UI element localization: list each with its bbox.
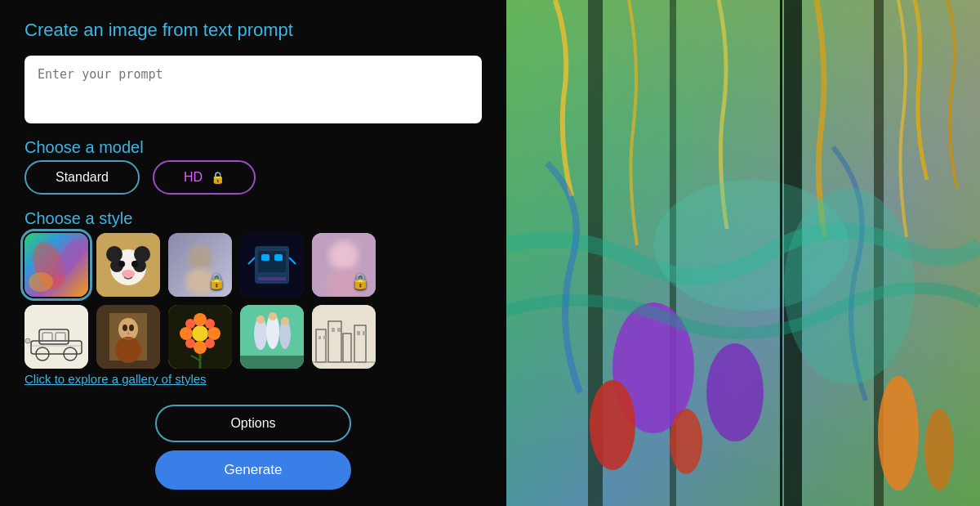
- svg-point-3: [29, 272, 53, 292]
- svg-point-50: [205, 319, 215, 329]
- prompt-input[interactable]: [24, 56, 482, 123]
- svg-point-61: [281, 317, 289, 325]
- style-thumb-cyberpunk[interactable]: [240, 233, 304, 297]
- svg-rect-62: [240, 356, 304, 369]
- page-title: Create an image from text prompt: [24, 20, 482, 41]
- style-thumb-vintage[interactable]: [24, 305, 88, 369]
- svg-point-52: [205, 338, 215, 348]
- svg-rect-72: [357, 331, 360, 335]
- svg-rect-70: [332, 328, 335, 332]
- style-thumb-abstract[interactable]: [24, 233, 88, 297]
- svg-point-14: [188, 245, 212, 270]
- svg-rect-20: [274, 254, 283, 261]
- svg-point-85: [878, 376, 919, 490]
- portrait-lock-icon: 🔒: [351, 272, 369, 290]
- svg-rect-19: [261, 254, 270, 261]
- svg-rect-18: [258, 251, 286, 272]
- action-buttons: Options Generate: [24, 405, 482, 490]
- svg-point-25: [329, 241, 359, 271]
- svg-rect-71: [337, 328, 341, 332]
- style-section: Choose a style: [24, 209, 482, 387]
- left-panel: Create an image from text prompt Choose …: [0, 0, 506, 506]
- svg-point-88: [784, 188, 915, 384]
- svg-rect-69: [323, 336, 326, 339]
- svg-rect-27: [24, 305, 88, 369]
- gallery-link[interactable]: Click to explore a gallery of styles: [24, 372, 207, 386]
- generated-image: [506, 0, 980, 506]
- svg-rect-68: [318, 336, 321, 339]
- style-section-label: Choose a style: [24, 209, 482, 228]
- svg-rect-73: [363, 331, 366, 335]
- generate-button[interactable]: Generate: [155, 450, 351, 490]
- svg-point-10: [122, 270, 135, 278]
- model-buttons: Standard HD 🔒: [24, 160, 482, 195]
- style-thumb-portrait[interactable]: 🔒: [312, 233, 376, 297]
- svg-point-83: [590, 380, 635, 470]
- svg-point-46: [194, 341, 207, 354]
- svg-point-11: [118, 261, 125, 267]
- svg-point-86: [924, 409, 954, 490]
- svg-point-44: [192, 325, 208, 342]
- svg-point-47: [180, 327, 193, 340]
- svg-point-48: [207, 327, 220, 340]
- svg-point-42: [127, 333, 130, 335]
- options-button[interactable]: Options: [155, 405, 351, 442]
- generated-image-panel: [506, 0, 980, 506]
- svg-rect-21: [258, 277, 286, 280]
- styles-grid: 🔒: [24, 233, 482, 369]
- style-thumb-impressionist[interactable]: [240, 305, 304, 369]
- svg-point-60: [269, 312, 277, 320]
- svg-point-49: [185, 319, 195, 329]
- svg-point-35: [25, 338, 30, 343]
- style-thumb-floral[interactable]: [168, 305, 232, 369]
- style-thumb-renaissance[interactable]: [96, 305, 160, 369]
- hd-label: HD: [184, 170, 203, 185]
- model-section: Choose a model Standard HD 🔒: [24, 138, 482, 195]
- style-thumb-urban[interactable]: [312, 305, 376, 369]
- svg-point-84: [670, 409, 702, 474]
- svg-point-59: [256, 316, 265, 324]
- svg-point-82: [706, 343, 764, 441]
- svg-point-40: [122, 325, 127, 331]
- style-thumb-blur[interactable]: 🔒: [168, 233, 232, 297]
- style-thumb-animal[interactable]: [96, 233, 160, 297]
- hd-model-button[interactable]: HD 🔒: [153, 160, 256, 195]
- svg-point-12: [131, 261, 138, 267]
- svg-point-41: [129, 325, 134, 331]
- svg-point-39: [115, 337, 141, 363]
- svg-point-45: [194, 313, 207, 326]
- blur-lock-icon: 🔒: [207, 272, 225, 290]
- hd-lock-icon: 🔒: [211, 171, 225, 184]
- standard-model-button[interactable]: Standard: [24, 160, 140, 195]
- svg-point-51: [185, 338, 195, 348]
- model-section-label: Choose a model: [24, 138, 482, 157]
- svg-rect-89: [780, 0, 782, 506]
